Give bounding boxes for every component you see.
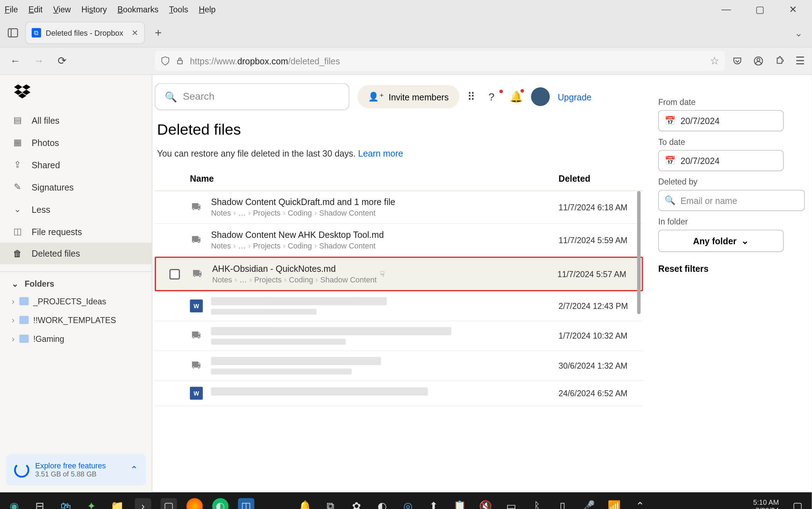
- menu-view[interactable]: View: [53, 5, 71, 14]
- search-input[interactable]: 🔍 Search: [155, 83, 349, 110]
- folder-item[interactable]: ›!!WORK_TEMPLATES: [0, 311, 152, 329]
- chevron-down-icon: ⌄: [12, 279, 19, 288]
- help-icon[interactable]: ?: [489, 90, 501, 103]
- menu-bookmarks[interactable]: Bookmarks: [117, 5, 158, 14]
- column-deleted[interactable]: Deleted: [559, 174, 641, 183]
- taskbar-app-icon[interactable]: ⊟: [32, 498, 48, 509]
- sidebar-item-less[interactable]: ⌄Less: [0, 198, 152, 220]
- avatar[interactable]: [531, 87, 549, 106]
- reload-button[interactable]: ⟳: [54, 53, 70, 69]
- hamburger-menu-icon[interactable]: ☰: [795, 54, 805, 67]
- scrollbar[interactable]: [637, 191, 641, 314]
- folder-item[interactable]: ›_PROJECTS_Ideas: [0, 292, 152, 311]
- battery-icon[interactable]: ▭: [503, 498, 519, 509]
- terminal-icon[interactable]: ›: [135, 498, 151, 509]
- apps-grid-icon[interactable]: ⠿: [467, 90, 480, 103]
- start-menu-icon[interactable]: ◉: [6, 498, 22, 509]
- table-row[interactable]: W 2/7/2024 12:43 PM: [155, 291, 643, 321]
- from-date-input[interactable]: 📅20/7/2024: [658, 110, 784, 131]
- filter-panel: From date 📅20/7/2024 To date 📅20/7/2024 …: [648, 83, 812, 492]
- promo-card[interactable]: Explore free features 3.51 GB of 5.88 GB…: [6, 454, 146, 485]
- invite-members-button[interactable]: 👤⁺ Invite members: [357, 85, 459, 108]
- learn-more-link[interactable]: Learn more: [358, 148, 403, 158]
- clipboard-tray-icon[interactable]: 📋: [451, 498, 468, 509]
- tray-icon[interactable]: ◎: [400, 498, 416, 509]
- sidebar-toggle-icon[interactable]: [5, 25, 21, 41]
- sidebar-item-file-requests[interactable]: ◫File requests: [0, 220, 152, 242]
- table-row[interactable]: ⛟ 1/7/2024 10:32 AM: [155, 321, 643, 351]
- bookmark-star-icon[interactable]: ☆: [710, 54, 719, 67]
- search-icon: 🔍: [665, 195, 676, 206]
- menu-history[interactable]: History: [81, 5, 107, 14]
- deleted-file-icon: ⛟: [190, 359, 203, 372]
- forward-button[interactable]: →: [30, 53, 47, 69]
- steam-icon[interactable]: ◐: [212, 498, 228, 509]
- new-tab-button[interactable]: +: [155, 26, 162, 40]
- wifi-icon[interactable]: 📶: [606, 498, 622, 509]
- sidebar-item-photos[interactable]: ▦Photos: [0, 131, 152, 153]
- deleted-by-input[interactable]: 🔍Email or name: [658, 190, 805, 211]
- upgrade-link[interactable]: Upgrade: [558, 92, 591, 101]
- menu-edit[interactable]: Edit: [29, 5, 43, 14]
- list-all-tabs-icon[interactable]: ⌄: [795, 27, 802, 39]
- tray-icon[interactable]: ⬆: [426, 498, 442, 509]
- table-row-highlighted[interactable]: ⛟ AHK-Obsidian - QuickNotes.md Notes›…›P…: [155, 257, 643, 291]
- taskbar-app-icon[interactable]: ▢: [160, 498, 177, 509]
- notifications-tray-icon[interactable]: ▢: [789, 498, 806, 509]
- dropbox-logo-icon[interactable]: [0, 75, 152, 105]
- notifications-icon[interactable]: 🔔: [510, 90, 522, 103]
- table-row[interactable]: ⛟ Shadow Content New AHK Desktop Tool.md…: [155, 224, 643, 257]
- system-clock[interactable]: 5:10 AM 7/20/24: [753, 498, 779, 509]
- tray-icon[interactable]: 🔔: [297, 498, 313, 509]
- microphone-icon[interactable]: 🎤: [580, 498, 596, 509]
- sidebar-item-signatures[interactable]: ✎Signatures: [0, 176, 152, 198]
- tray-icon[interactable]: ✿: [348, 498, 364, 509]
- cursor-icon: ☟: [380, 270, 385, 279]
- extensions-icon[interactable]: [774, 56, 785, 66]
- window-close[interactable]: ✕: [789, 4, 797, 15]
- menu-file[interactable]: File: [5, 5, 18, 14]
- page-title: Deleted files: [155, 118, 643, 144]
- sidebar-item-all-files[interactable]: ▤All files: [0, 109, 152, 131]
- column-name[interactable]: Name: [190, 174, 559, 183]
- chevron-right-icon: ›: [12, 315, 14, 325]
- tray-icon[interactable]: ◐: [374, 498, 390, 509]
- menu-tools[interactable]: Tools: [169, 5, 188, 14]
- to-date-input[interactable]: 📅20/7/2024: [658, 150, 784, 171]
- tray-icon[interactable]: ▯: [554, 498, 571, 509]
- back-button[interactable]: ←: [7, 53, 23, 69]
- tab-title: Deleted files - Dropbox: [46, 28, 123, 37]
- taskbar-app-icon[interactable]: ◫: [238, 498, 254, 509]
- browser-tab[interactable]: ⧉ Deleted files - Dropbox ✕: [26, 22, 144, 43]
- volume-muted-icon[interactable]: 🔇: [477, 498, 493, 509]
- firefox-icon[interactable]: [186, 498, 203, 509]
- window-minimize[interactable]: —: [722, 4, 731, 15]
- dropbox-tray-icon[interactable]: ⧉: [322, 498, 339, 509]
- breadcrumb: Notes›…›Projects›Coding›Shadow Content: [212, 275, 376, 284]
- menu-help[interactable]: Help: [199, 5, 216, 14]
- table-row[interactable]: ⛟ 30/6/2024 1:32 AM: [155, 351, 643, 381]
- pocket-icon[interactable]: [732, 56, 743, 66]
- row-checkbox[interactable]: [169, 269, 180, 279]
- url-input[interactable]: https://www.dropbox.com/deleted_files ☆: [155, 51, 725, 71]
- folder-item[interactable]: ›!Gaming: [0, 329, 152, 348]
- file-manager-icon[interactable]: 📁: [109, 498, 125, 509]
- taskbar-app-icon[interactable]: 🛍: [57, 498, 74, 509]
- tray-chevron-icon[interactable]: ⌃: [632, 498, 648, 509]
- account-icon[interactable]: [753, 56, 764, 66]
- any-folder-button[interactable]: Any folder⌄: [658, 230, 784, 252]
- sidebar-item-shared[interactable]: ⇪Shared: [0, 153, 152, 176]
- window-maximize[interactable]: ▢: [755, 4, 764, 15]
- table-row[interactable]: W 24/6/2024 6:52 AM: [155, 381, 643, 406]
- trash-icon: 🗑: [12, 248, 23, 258]
- chevron-up-icon[interactable]: ⌃: [130, 464, 138, 475]
- table-row[interactable]: ⛟ Shadow Content QuickDraft.md and 1 mor…: [155, 191, 643, 224]
- bluetooth-icon[interactable]: ᛒ: [529, 498, 545, 509]
- sidebar-item-deleted-files[interactable]: 🗑Deleted files: [0, 242, 152, 264]
- in-folder-label: In folder: [658, 217, 812, 226]
- tab-close-icon[interactable]: ✕: [132, 28, 139, 38]
- reset-filters-button[interactable]: Reset filters: [658, 264, 812, 274]
- taskbar-app-icon[interactable]: ✦: [83, 498, 99, 509]
- folders-header[interactable]: ⌄ Folders: [0, 272, 152, 292]
- word-doc-icon: W: [190, 387, 203, 399]
